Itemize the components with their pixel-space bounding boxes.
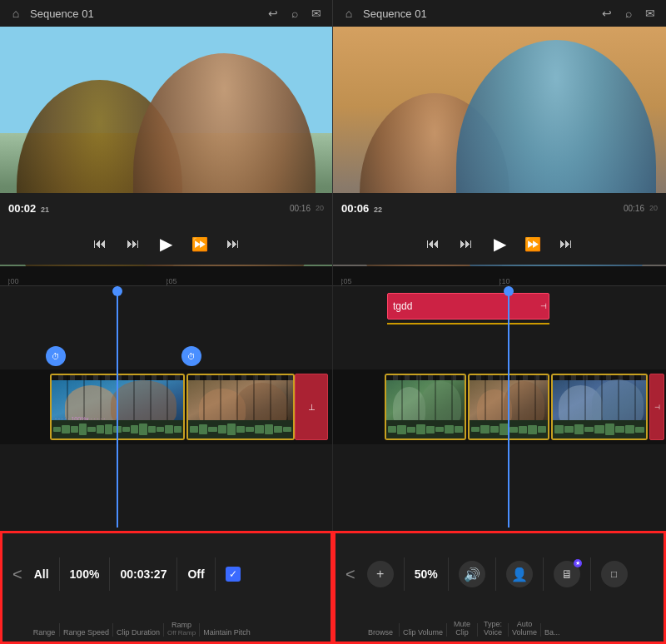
- right-toolbar-arrow[interactable]: <: [342, 565, 359, 584]
- star-badge: ★: [574, 559, 582, 567]
- right-speed-markers-row: [333, 344, 666, 369]
- ruler-mark-5r: :05: [341, 277, 352, 285]
- speed-marker-0[interactable]: ⏱: [46, 346, 66, 366]
- share-icon-left[interactable]: ⌕: [287, 6, 302, 21]
- connector-line-right: [387, 323, 549, 324]
- right-panel-header: ⌂ Sequence 01 ↩ ⌕ ✉: [333, 0, 666, 27]
- extra-icon[interactable]: □: [601, 561, 628, 587]
- right-playhead-head: [504, 286, 514, 296]
- divider-r4: [543, 557, 544, 591]
- extra-btn[interactable]: □: [596, 561, 633, 587]
- right-panel-title: Sequence 01: [363, 7, 593, 20]
- left-timeline-ruler: :00 :05: [0, 266, 332, 286]
- left-toolbar-arrow[interactable]: <: [9, 565, 26, 584]
- left-toolbar-main: < All 100% 00:03:27 Off ✓: [2, 533, 331, 615]
- left-video-panel: ⌂ Sequence 01 ↩ ⌕ ✉ 00:02 21 00:16 20 ⏮ …: [0, 0, 333, 266]
- maintain-pitch-item[interactable]: ✓: [221, 567, 246, 582]
- share-icon-right[interactable]: ⌕: [621, 6, 636, 21]
- ruler-mark-10r: :10: [500, 277, 510, 285]
- undo-icon-right[interactable]: ↩: [599, 6, 614, 21]
- home-icon-right[interactable]: ⌂: [341, 6, 356, 21]
- left-clips-row: · · · · · 100%x · · · · ·: [0, 369, 332, 444]
- clip-left-2[interactable]: [186, 374, 295, 440]
- bottom-toolbar: < All 100% 00:03:27 Off ✓: [0, 531, 666, 644]
- label-type-line1: Type:: [484, 620, 502, 628]
- label-auto-line1: Auto: [517, 620, 533, 628]
- divider-4: [215, 557, 216, 591]
- auto-volume-btn[interactable]: 🖥 ★: [549, 561, 585, 587]
- play-btn-right[interactable]: ▶: [490, 234, 509, 254]
- label-off-ramp: Off Ramp: [167, 629, 196, 637]
- clip-right-3[interactable]: [551, 374, 648, 440]
- right-playhead: [508, 286, 509, 528]
- right-toolbar-labels: Browse Clip Volume Mute Clip Type: Voice…: [335, 615, 664, 642]
- label-browse: Browse: [365, 628, 395, 637]
- ramp-value: Off: [187, 567, 204, 581]
- divider-r3: [495, 557, 496, 591]
- right-timeline-panel: :05 :10 tgdd ⊣: [333, 266, 666, 531]
- right-clips-row: ⊣: [333, 369, 666, 444]
- clip-volume-item[interactable]: 50%: [410, 567, 443, 581]
- step-back-btn-left[interactable]: ⏭: [123, 234, 143, 254]
- mute-icon[interactable]: 🔊: [459, 561, 485, 587]
- clip-volume-value: 50%: [415, 567, 438, 581]
- auto-volume-icon[interactable]: 🖥 ★: [554, 561, 580, 587]
- divider-r1: [404, 557, 405, 591]
- step-fwd-btn-right[interactable]: ⏩: [523, 234, 543, 254]
- label-clip-duration: Clip Duration: [117, 628, 160, 637]
- transition-clip-left[interactable]: ⊣: [295, 374, 328, 440]
- mute-clip-btn[interactable]: 🔊: [454, 561, 490, 587]
- clip-duration-item[interactable]: 00:03:27: [115, 567, 171, 581]
- divider-1: [59, 557, 60, 591]
- range-item[interactable]: All: [29, 567, 54, 581]
- chat-icon-right[interactable]: ✉: [643, 6, 658, 21]
- label-clip-volume: Clip Volume: [403, 628, 443, 637]
- left-panel-header: ⌂ Sequence 01 ↩ ⌕ ✉: [0, 0, 332, 27]
- right-toolbar-main: < + 50% 🔊 �: [335, 533, 664, 615]
- left-panel-title: Sequence 01: [30, 7, 259, 20]
- voice-icon[interactable]: 👤: [506, 561, 533, 587]
- skip-to-start-btn-left[interactable]: ⏮: [90, 234, 110, 254]
- step-back-btn-right[interactable]: ⏭: [456, 234, 476, 254]
- transition-clip-right[interactable]: ⊣: [649, 374, 664, 440]
- timeline-area: :00 :05 ⏱ ⏱: [0, 266, 666, 531]
- type-voice-btn[interactable]: 👤: [501, 561, 538, 587]
- browse-btn[interactable]: +: [362, 561, 399, 587]
- label-maintain-pitch: Maintain Pitch: [203, 628, 251, 637]
- speed-marker-1[interactable]: ⏱: [181, 346, 201, 366]
- right-upper-track: tgdd ⊣: [333, 286, 666, 344]
- range-speed-item[interactable]: 100%: [65, 567, 105, 581]
- left-transport-bar: ⏮ ⏭ ▶ ⏩ ⏭: [0, 223, 332, 265]
- range-speed-value: 100%: [70, 567, 100, 581]
- ramp-item[interactable]: Off: [182, 567, 209, 581]
- maintain-pitch-checkbox[interactable]: ✓: [226, 567, 241, 582]
- left-timecode-main: 00:02 21: [8, 202, 49, 215]
- clip-r1-waveform: [386, 420, 465, 438]
- left-toolbar-labels: Range Range Speed Clip Duration Ramp Off…: [2, 615, 331, 642]
- top-video-area: ⌂ Sequence 01 ↩ ⌕ ✉ 00:02 21 00:16 20 ⏮ …: [0, 0, 666, 266]
- right-toolbar-panel: < + 50% 🔊 �: [333, 531, 666, 644]
- chat-icon-left[interactable]: ✉: [309, 6, 324, 21]
- skip-to-start-btn-right[interactable]: ⏮: [423, 234, 443, 254]
- browse-icon[interactable]: +: [367, 561, 394, 587]
- label-range: Range: [32, 628, 56, 637]
- title-clip-right[interactable]: tgdd ⊣: [387, 293, 549, 320]
- clip-right-1[interactable]: [385, 374, 466, 440]
- undo-icon-left[interactable]: ↩: [266, 6, 281, 21]
- left-playhead: [117, 286, 118, 528]
- clip-2-waveform: [188, 420, 293, 438]
- skip-to-end-btn-right[interactable]: ⏭: [556, 234, 576, 254]
- clip-r3-waveform: [553, 420, 646, 438]
- step-fwd-btn-left[interactable]: ⏩: [190, 234, 210, 254]
- label-mute-line1: Mute: [454, 620, 470, 628]
- ruler-mark-0: :00: [8, 277, 19, 285]
- label-type-line2: Voice: [484, 628, 502, 637]
- right-timeline-ruler: :05 :10: [333, 266, 666, 286]
- left-speed-markers-row: ⏱ ⏱: [0, 344, 332, 369]
- home-icon[interactable]: ⌂: [8, 6, 23, 21]
- left-empty-track: [0, 286, 332, 344]
- divider-r5: [590, 557, 591, 591]
- play-btn-left[interactable]: ▶: [157, 234, 176, 254]
- skip-to-end-btn-left[interactable]: ⏭: [223, 234, 243, 254]
- title-clip-text: tgdd: [393, 300, 412, 312]
